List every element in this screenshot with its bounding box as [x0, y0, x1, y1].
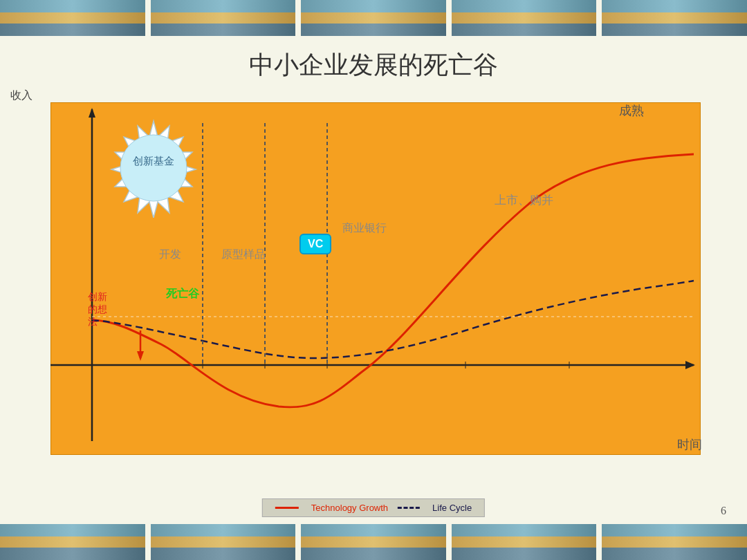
bottom-bar-seg-4 — [452, 524, 597, 560]
bottom-bar-seg-5 — [602, 524, 747, 560]
bottom-decorative-bar — [0, 524, 747, 560]
top-bar-seg-2 — [151, 0, 296, 36]
chart-legend: Technology Growth Life Cycle — [262, 498, 485, 517]
svg-marker-1 — [89, 108, 95, 118]
top-bar-seg-1 — [0, 0, 145, 36]
bottom-bar-seg-2 — [151, 524, 296, 560]
bottom-bar-seg-1 — [0, 524, 145, 560]
top-decorative-bar — [0, 0, 747, 36]
life-cycle-line-icon — [398, 507, 420, 509]
svg-marker-14 — [137, 351, 144, 361]
svg-marker-3 — [685, 361, 695, 369]
y-axis-label: 收入 — [10, 88, 33, 103]
page-number: 6 — [721, 505, 726, 517]
chart-container: 收入 — [38, 83, 709, 484]
innovation-fund-starburst: 创新基金 — [104, 118, 204, 218]
x-axis-label: 时间 — [677, 436, 702, 453]
vc-badge: VC — [299, 234, 331, 254]
life-cycle-legend-label: Life Cycle — [432, 503, 472, 513]
svg-text:创新基金: 创新基金 — [133, 155, 174, 167]
top-bar-seg-3 — [301, 0, 446, 36]
innovation-idea-label: 创新 的想 法 — [88, 290, 107, 328]
bottom-bar-seg-3 — [301, 524, 446, 560]
tech-growth-legend-label: Technology Growth — [311, 503, 388, 513]
tech-growth-line-icon — [275, 507, 299, 509]
page-title: 中小企业发展的死亡谷 — [0, 36, 747, 89]
svg-point-15 — [120, 135, 187, 201]
top-bar-seg-4 — [452, 0, 597, 36]
top-bar-seg-5 — [602, 0, 747, 36]
innovation-idea-text: 创新 的想 法 — [88, 290, 107, 328]
